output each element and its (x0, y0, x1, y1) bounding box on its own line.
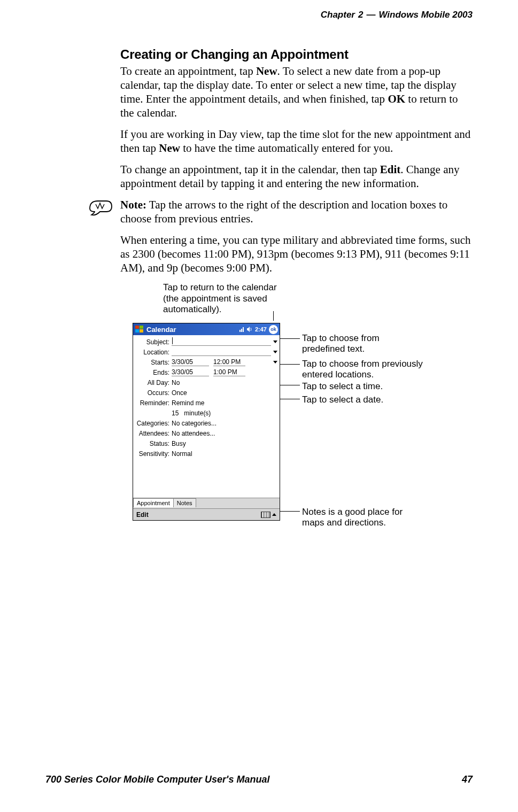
row-starts: Starts: 3/30/05 12:00 PM (135, 357, 277, 367)
callout-select-time: Tap to select a time. (302, 381, 383, 392)
paragraph-4: When entering a time, you can type milit… (120, 233, 473, 275)
field-reminder-value[interactable]: 15 (172, 409, 179, 417)
callout-line (280, 399, 300, 399)
row-sensitivity: Sensitivity: Normal (135, 448, 277, 459)
label-categories: Categories: (135, 420, 172, 427)
chevron-down-icon[interactable] (273, 361, 277, 364)
field-reminder-remind-me[interactable]: Remind me (172, 399, 277, 407)
callout-line (280, 364, 300, 365)
label-occurs: Occurs: (135, 389, 172, 397)
label-starts: Starts: (135, 359, 172, 366)
label-reminder: Reminder: (135, 399, 172, 407)
label-location: Location: (135, 349, 172, 356)
label-status: Status: (135, 440, 172, 447)
keyboard-icon[interactable] (261, 512, 276, 518)
callout-select-date: Tap to select a date. (302, 395, 383, 405)
note-icon (88, 198, 113, 217)
label-allday: All Day: (135, 379, 172, 386)
chevron-down-icon[interactable] (273, 341, 277, 343)
field-categories[interactable]: No categories... (172, 420, 277, 427)
note-block: Note: Tap the arrows to the right of the… (88, 198, 473, 226)
callout-previous-locations: Tap to choose from previously entered lo… (302, 359, 441, 380)
row-occurs: Occurs: Once (135, 388, 277, 398)
label-subject: Subject: (135, 338, 172, 346)
svg-rect-1 (140, 326, 143, 329)
field-occurs[interactable]: Once (172, 389, 277, 397)
note-body: Tap the arrows to the right of the descr… (120, 198, 447, 225)
pda-time: 2:47 (255, 326, 267, 332)
tab-notes[interactable]: Notes (173, 498, 196, 507)
label-sensitivity: Sensitivity: (135, 450, 172, 458)
svg-rect-3 (140, 329, 143, 332)
field-subject[interactable] (172, 338, 277, 346)
chevron-up-icon (272, 513, 276, 516)
svg-rect-5 (241, 329, 242, 332)
p3-text-a: To change an appointment, tap it in the … (120, 163, 380, 176)
svg-rect-0 (135, 326, 139, 329)
footer-manual-title: 700 Series Color Mobile Computer User's … (45, 774, 269, 785)
row-ends: Ends: 3/30/05 1:00 PM (135, 367, 277, 377)
note-bold: Note: (120, 198, 146, 211)
header-chapter-num: 2 (358, 10, 363, 20)
pda-tabs: Appointment Notes (133, 498, 280, 508)
pda-screenshot: Calendar 2:47 ok Subject: Location: (133, 323, 280, 521)
row-categories: Categories: No categories... (135, 418, 277, 428)
tab-appointment[interactable]: Appointment (133, 498, 174, 507)
row-location: Location: (135, 347, 277, 357)
row-allday: All Day: No (135, 377, 277, 388)
svg-rect-6 (243, 327, 244, 332)
svg-rect-4 (239, 330, 241, 332)
connectivity-icon (239, 326, 245, 332)
svg-rect-2 (135, 329, 139, 332)
field-sensitivity[interactable]: Normal (172, 450, 277, 458)
callout-top: Tap to return to the calendar (the appoi… (163, 282, 291, 315)
p2-text-b: to have the time automatically entered f… (180, 142, 393, 154)
pda-titlebar: Calendar 2:47 ok (133, 323, 280, 335)
p1-bold-new: New (256, 65, 277, 78)
row-attendees: Attendees: No attendees... (135, 428, 277, 438)
footer-page-number: 47 (462, 774, 473, 785)
section-heading: Creating or Changing an Appointment (120, 47, 473, 62)
field-status[interactable]: Busy (172, 440, 277, 447)
callout-line (273, 311, 274, 321)
p2-bold-new: New (159, 142, 180, 154)
row-reminder-1: Reminder: Remind me (135, 398, 277, 408)
chevron-down-icon[interactable] (273, 351, 277, 353)
callout-notes-hint: Notes is a good place for maps and direc… (302, 507, 425, 528)
speaker-icon (246, 326, 253, 332)
callout-line (280, 511, 300, 512)
paragraph-3: To change an appointment, tap it in the … (120, 163, 473, 190)
callout-predefined-text: Tap to choose from predefined text. (302, 333, 409, 354)
label-attendees: Attendees: (135, 430, 172, 437)
callout-line (280, 385, 300, 385)
field-start-time[interactable]: 12:00 PM (213, 358, 245, 366)
pda-form: Subject: Location: Starts: 3/30/05 12:00… (133, 335, 280, 459)
note-text: Note: Tap the arrows to the right of the… (120, 198, 473, 226)
field-attendees[interactable]: No attendees... (172, 430, 277, 437)
field-start-date[interactable]: 3/30/05 (172, 358, 209, 366)
windows-flag-icon (135, 325, 144, 334)
edit-menu[interactable]: Edit (136, 511, 149, 519)
field-allday[interactable]: No (172, 379, 277, 386)
row-reminder-2: 15 minute(s) (135, 408, 277, 418)
pda-command-bar: Edit (133, 508, 280, 520)
pda-title: Calendar (146, 326, 176, 334)
ok-button[interactable]: ok (269, 325, 278, 334)
page-footer: 700 Series Color Mobile Computer User's … (45, 774, 473, 785)
row-subject: Subject: (135, 337, 277, 347)
field-location[interactable] (172, 348, 277, 356)
header-dash: — (366, 10, 375, 20)
field-end-time[interactable]: 1:00 PM (213, 368, 245, 376)
row-status: Status: Busy (135, 438, 277, 448)
paragraph-1: To create an appointment, tap New. To se… (120, 64, 473, 120)
field-reminder-unit[interactable]: minute(s) (184, 409, 211, 417)
paragraph-2: If you are working in Day view, tap the … (120, 127, 473, 155)
p1-text-a: To create an appointment, tap (120, 65, 256, 78)
label-ends: Ends: (135, 369, 172, 376)
field-end-date[interactable]: 3/30/05 (172, 368, 209, 376)
p1-bold-ok: OK (388, 92, 405, 105)
header-chapter: Chapter (321, 10, 355, 20)
header-title: Windows Mobile 2003 (378, 10, 473, 20)
figure: Tap to return to the calendar (the appoi… (120, 282, 473, 550)
p3-bold-edit: Edit (380, 163, 401, 176)
